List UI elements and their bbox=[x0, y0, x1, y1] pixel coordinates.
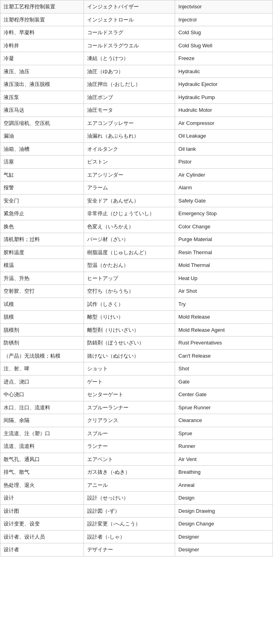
english-term: Try bbox=[175, 298, 273, 311]
table-row: 紧急停止非常停止（ひじょうていし）Emergency Stop bbox=[0, 207, 273, 220]
japanese-term: 防錆剤（ぼうせいざい） bbox=[84, 337, 175, 350]
japanese-term: 設計図（-ず） bbox=[84, 504, 175, 518]
english-term: Pistor bbox=[175, 156, 273, 169]
chinese-term: 清机塑料；过料 bbox=[0, 233, 84, 246]
japanese-term: 油圧（ゆあつ） bbox=[84, 65, 175, 78]
english-term: Air Vent bbox=[175, 453, 273, 466]
english-term: Freeze bbox=[175, 52, 273, 65]
japanese-term: 設計変更（-へんこう） bbox=[84, 518, 175, 531]
table-row: 气缸エアシリンダーAir Cylinder bbox=[0, 168, 273, 181]
table-row: 设计变更、设变設計変更（-へんこう）Design Change bbox=[0, 518, 273, 531]
english-term: Hydraulic bbox=[175, 65, 273, 78]
japanese-term: 油圧モータ bbox=[84, 104, 175, 117]
table-row: 活塞ピストンPistor bbox=[0, 156, 273, 169]
table-row: 报警アラームAlarm bbox=[0, 181, 273, 195]
table-row: 脱模剂離型剤（りけいざい）Mold Release Agent bbox=[0, 323, 273, 337]
japanese-term: 油圧ポンブ bbox=[84, 91, 175, 104]
english-term: Breathing bbox=[175, 466, 273, 479]
japanese-term: 離型剤（りけいざい） bbox=[84, 323, 175, 337]
chinese-term: （产品）无法脱模；粘模 bbox=[0, 349, 84, 362]
japanese-term: 油圧押出（-おしだし） bbox=[84, 78, 175, 91]
chinese-term: 注塑程序控制装置 bbox=[0, 13, 84, 26]
chinese-term: 液压顶出、液压脱模 bbox=[0, 78, 84, 91]
japanese-term: デザイナー bbox=[84, 543, 175, 556]
chinese-term: 热处理、退火 bbox=[0, 479, 84, 492]
table-row: 空射胶、空打空打ち（からうち）Air Shot bbox=[0, 285, 273, 298]
table-row: 液压泵油圧ポンブHydraulic Pump bbox=[0, 91, 273, 104]
table-row: 液压、油压油圧（ゆあつ）Hydraulic bbox=[0, 65, 273, 78]
english-term: Shot bbox=[175, 362, 273, 376]
japanese-term: ピストン bbox=[84, 156, 175, 169]
chinese-term: 设计者 bbox=[0, 543, 84, 556]
table-row: 间隔、余隔クリアランスClearance bbox=[0, 414, 273, 427]
chinese-term: 设计图 bbox=[0, 504, 84, 518]
japanese-term: 空打ち（からうち） bbox=[84, 285, 175, 298]
japanese-term: ランナー bbox=[84, 440, 175, 453]
english-term: Resin Thermal bbox=[175, 246, 273, 259]
chinese-term: 胶料温度 bbox=[0, 246, 84, 259]
english-term: Injectrol bbox=[175, 13, 273, 26]
table-row: 升温、升热ヒートアップHeat Up bbox=[0, 272, 273, 285]
table-row: 注塑工艺程序控制装置インジェクトバイザーInjectvisor bbox=[0, 0, 273, 14]
chinese-term: 中心浇口 bbox=[0, 388, 84, 401]
table-row: 设计者、设计人员設計者（-しゃ）Designer bbox=[0, 530, 273, 543]
english-term: Anneal bbox=[175, 479, 273, 492]
chinese-term: 进点、浇口 bbox=[0, 375, 84, 388]
japanese-term: ショット bbox=[84, 362, 175, 376]
english-term: Mold Release bbox=[175, 311, 273, 324]
english-term: Designer bbox=[175, 543, 273, 556]
table-row: 脱模離型（りけい）Mold Release bbox=[0, 311, 273, 324]
chinese-term: 间隔、余隔 bbox=[0, 414, 84, 427]
chinese-term: 气缸 bbox=[0, 168, 84, 181]
chinese-term: 换色 bbox=[0, 220, 84, 233]
english-term: Color Change bbox=[175, 220, 273, 233]
english-term: Purge Material bbox=[175, 233, 273, 246]
english-term: Can't Release bbox=[175, 349, 273, 362]
japanese-term: コールドスラグウエル bbox=[84, 39, 175, 52]
japanese-term: 抜けない（ぬけない） bbox=[84, 349, 175, 362]
table-row: 胶料温度樹脂温度（じゅしおんど）Resin Thermal bbox=[0, 246, 273, 259]
japanese-term: ゲート bbox=[84, 375, 175, 388]
japanese-term: 安全ドア（あんぜん） bbox=[84, 194, 175, 207]
table-row: 主流道、注（塑）口スブルーSprue bbox=[0, 427, 273, 440]
chinese-term: 防锈剂 bbox=[0, 337, 84, 350]
japanese-term: 試作（しさく） bbox=[84, 298, 175, 311]
japanese-term: 樹脂温度（じゅしおんど） bbox=[84, 246, 175, 259]
chinese-term: 活塞 bbox=[0, 156, 84, 169]
table-row: 注塑程序控制装置インジェクトロールInjectrol bbox=[0, 13, 273, 26]
chinese-term: 排气、散气 bbox=[0, 466, 84, 479]
japanese-term: エアコンブッレサー bbox=[84, 117, 175, 130]
japanese-term: アラーム bbox=[84, 181, 175, 195]
chinese-term: 安全门 bbox=[0, 194, 84, 207]
table-row: 水口、注口、流道料スブルーランナーSprue Runner bbox=[0, 401, 273, 414]
chinese-term: 油箱、油槽 bbox=[0, 142, 84, 156]
chinese-term: 冷料井 bbox=[0, 39, 84, 52]
english-term: Safety Gate bbox=[175, 194, 273, 207]
table-row: 液压顶出、液压脱模油圧押出（-おしだし）Hydraulic Ejector bbox=[0, 78, 273, 91]
japanese-term: クリアランス bbox=[84, 414, 175, 427]
english-term: Air Compressor bbox=[175, 117, 273, 130]
table-row: 换色色変え（いろかえ）Color Change bbox=[0, 220, 273, 233]
chinese-term: 液压泵 bbox=[0, 91, 84, 104]
japanese-term: センターゲート bbox=[84, 388, 175, 401]
chinese-term: 试模 bbox=[0, 298, 84, 311]
japanese-term: インジェクトバイザー bbox=[84, 0, 175, 14]
table-row: 油箱、油槽オイルタンクOil tank bbox=[0, 142, 273, 156]
chinese-term: 设计者、设计人员 bbox=[0, 530, 84, 543]
english-term: Design Change bbox=[175, 518, 273, 531]
japanese-term: 離型（りけい） bbox=[84, 311, 175, 324]
english-term: Air Cylinder bbox=[175, 168, 273, 181]
english-term: Clearance bbox=[175, 414, 273, 427]
table-row: 进点、浇口ゲートGate bbox=[0, 375, 273, 388]
table-row: （产品）无法脱模；粘模抜けない（ぬけない）Can't Release bbox=[0, 349, 273, 362]
table-row: 防锈剂防錆剤（ぼうせいざい）Rust Preventatives bbox=[0, 337, 273, 350]
japanese-term: 油漏れ（あぶらもれ） bbox=[84, 130, 175, 143]
table-row: 液压马达油圧モータHudrulic Motor bbox=[0, 104, 273, 117]
japanese-term: 色変え（いろかえ） bbox=[84, 220, 175, 233]
japanese-term: 凍結（とうけつ） bbox=[84, 52, 175, 65]
chinese-term: 设计变更、设变 bbox=[0, 518, 84, 531]
english-term: Sprue bbox=[175, 427, 273, 440]
english-term: Cold Slug bbox=[175, 26, 273, 39]
chinese-term: 注、射、啤 bbox=[0, 362, 84, 376]
english-term: Heat Up bbox=[175, 272, 273, 285]
